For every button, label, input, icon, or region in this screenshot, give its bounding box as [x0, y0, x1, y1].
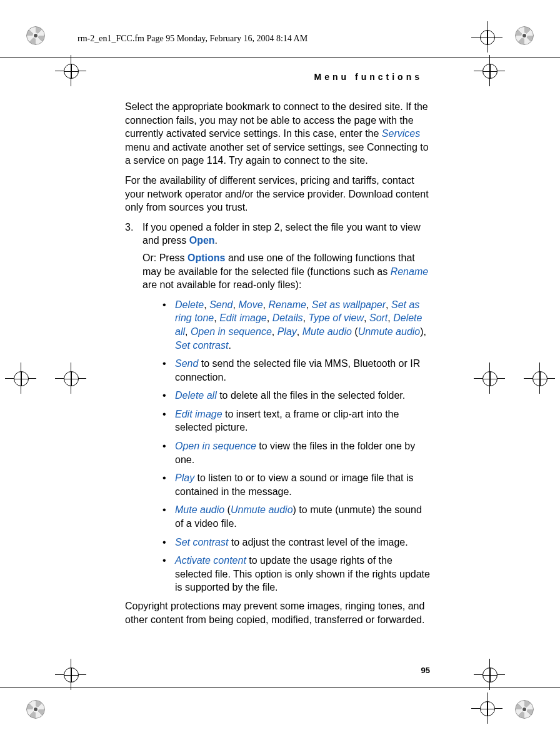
list-item: Delete, Send, Move, Rename, Set as wallp… — [162, 298, 431, 352]
paragraph: Or: Press Options and use one of the fol… — [142, 251, 431, 292]
body-text: to delete all the files in the selected … — [217, 390, 406, 401]
sep: , — [272, 326, 278, 337]
options-list: Delete, Send, Move, Rename, Set as wallp… — [146, 298, 431, 594]
term: Open in sequence — [191, 326, 272, 337]
body-text: Or: Press — [142, 252, 188, 263]
sep: ( — [352, 326, 358, 337]
list-item: Edit image to insert text, a frame or cl… — [162, 408, 431, 434]
term: Open in sequence — [175, 441, 256, 451]
list-item: Delete all to delete all the files in th… — [162, 389, 431, 402]
crosshair-icon — [55, 55, 86, 86]
sep: , — [364, 312, 369, 323]
list-item: Activate content to update the usage rig… — [162, 554, 431, 594]
term: Unmute audio — [231, 504, 293, 515]
body-text: to send the selected file via MMS, Bluet… — [175, 358, 420, 382]
term: Send — [209, 299, 232, 310]
sep: ( — [224, 504, 231, 515]
crosshair-icon — [474, 362, 505, 394]
sep: , — [204, 299, 209, 310]
link-services: Services — [382, 128, 420, 139]
body-text: . — [215, 235, 218, 246]
crosshair-icon — [5, 362, 36, 394]
register-mark-icon — [515, 26, 534, 45]
page-content: Select the appropriate bookmark to conne… — [125, 100, 431, 632]
action-options: Options — [188, 252, 225, 263]
section-header: Menu functions — [314, 72, 422, 82]
crosshair-icon — [55, 659, 86, 690]
crosshair-icon — [471, 21, 502, 52]
body-text: menu and activate another set of service… — [125, 142, 429, 166]
sep: , — [214, 312, 219, 323]
term: Type of view — [308, 312, 364, 323]
term: Play — [175, 472, 194, 483]
sep: , — [388, 312, 393, 323]
crosshair-icon — [524, 362, 555, 394]
crosshair-icon — [474, 55, 505, 86]
crosshair-icon — [471, 692, 502, 724]
step-number: 3. — [125, 221, 138, 248]
term: Rename — [268, 299, 306, 310]
list-item: Set contrast to adjust the contrast leve… — [162, 536, 431, 549]
crosshair-icon — [55, 362, 86, 394]
sep: , — [267, 312, 272, 323]
paragraph: Copyright protections may prevent some i… — [125, 599, 431, 626]
body-text: If you opened a folder in step 2, select… — [142, 222, 421, 246]
term: Details — [272, 312, 303, 323]
term: Activate content — [175, 555, 246, 566]
sep: , — [386, 299, 391, 310]
term: Play — [278, 326, 297, 337]
crosshair-icon — [474, 659, 505, 690]
term: Mute audio — [302, 326, 352, 337]
term: Delete — [175, 299, 204, 310]
register-mark-icon — [26, 26, 45, 45]
term: Set as wallpaper — [312, 299, 386, 310]
list-item: Send to send the selected file via MMS, … — [162, 357, 431, 384]
paragraph: Select the appropriate bookmark to conne… — [125, 100, 431, 168]
body-text: are not available for read-only files): — [142, 279, 301, 290]
term: Move — [238, 299, 262, 310]
register-mark-icon — [26, 700, 45, 719]
sep: , — [185, 326, 191, 337]
register-mark-icon — [515, 700, 534, 719]
term: Sort — [369, 312, 388, 323]
action-open: Open — [189, 235, 215, 246]
body-text: to adjust the contrast level of the imag… — [228, 537, 408, 548]
term: Delete all — [175, 390, 217, 401]
sep: . — [228, 340, 231, 351]
term: Unmute audio — [358, 326, 421, 337]
sep: , — [306, 299, 312, 310]
paragraph: For the availability of different servic… — [125, 174, 431, 214]
file-header: rm-2_en1_FCC.fm Page 95 Monday, February… — [78, 34, 308, 44]
term: Set contrast — [175, 537, 228, 548]
term: Send — [175, 358, 198, 369]
list-item: Play to listen to or to view a sound or … — [162, 471, 431, 498]
term: Set contrast — [175, 340, 228, 351]
body-text: to listen to or to view a sound or image… — [175, 472, 414, 497]
term: Edit image — [175, 409, 222, 419]
page-number: 95 — [421, 666, 430, 675]
term: Edit image — [219, 312, 267, 323]
sep: ), — [420, 326, 426, 337]
list-item: Open in sequence to view the files in th… — [162, 439, 431, 466]
term-rename: Rename — [391, 266, 428, 277]
list-item: Mute audio (Unmute audio) to mute (unmut… — [162, 503, 431, 530]
step-3: 3. If you opened a folder in step 2, sel… — [125, 221, 431, 248]
term: Mute audio — [175, 504, 224, 515]
sep: , — [297, 326, 302, 337]
